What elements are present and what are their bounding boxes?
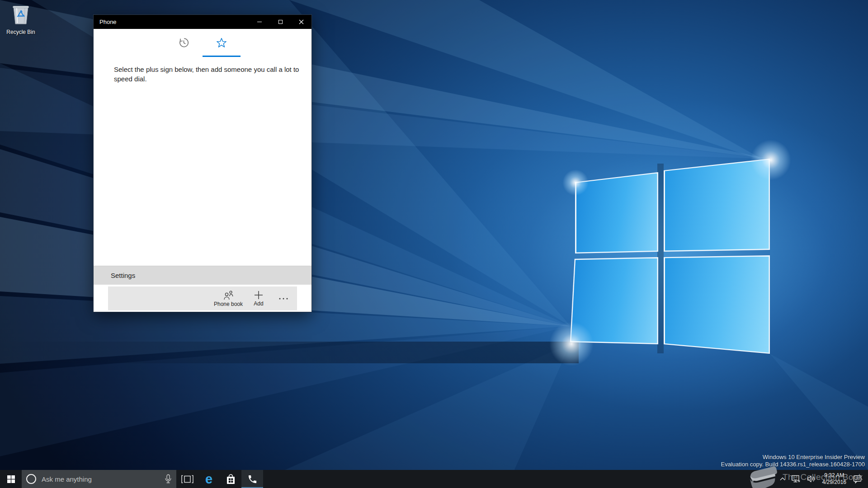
speaker-icon xyxy=(807,475,816,483)
tray-overflow-button[interactable] xyxy=(777,470,788,488)
action-center-button[interactable] xyxy=(850,470,868,488)
phone-app-window: Phone xyxy=(93,14,312,312)
build-watermark: Windows 10 Enterprise Insider Preview Ev… xyxy=(721,454,865,468)
chevron-up-icon xyxy=(780,477,785,481)
tab-history[interactable] xyxy=(165,36,203,57)
recycle-bin-label: Recycle Bin xyxy=(4,29,38,35)
empty-state-message: Select the plus sign below, then add som… xyxy=(114,65,308,84)
ellipsis-icon xyxy=(278,297,288,300)
people-icon xyxy=(222,290,235,300)
build-watermark-line2: Evaluation copy. Build 14336.rs1_release… xyxy=(721,461,865,468)
start-button[interactable] xyxy=(0,470,22,488)
edge-icon: e xyxy=(205,473,212,486)
clock[interactable]: 9:32 AM 4/29/2016 xyxy=(819,472,850,486)
phone-icon xyxy=(247,474,258,484)
clock-date: 4/29/2016 xyxy=(822,479,846,486)
maximize-button[interactable] xyxy=(270,15,291,29)
phone-app-content: Select the plus sign below, then add som… xyxy=(94,29,311,312)
close-icon xyxy=(299,19,304,24)
maximize-icon xyxy=(278,20,283,24)
network-icon xyxy=(792,475,801,483)
close-button[interactable] xyxy=(291,15,311,29)
volume-button[interactable] xyxy=(804,470,819,488)
minimize-button[interactable] xyxy=(249,15,270,29)
action-center-icon xyxy=(853,475,862,483)
phone-book-label: Phone book xyxy=(214,301,243,307)
windows-logo-icon xyxy=(7,475,15,483)
microphone-icon[interactable] xyxy=(165,474,172,484)
command-bar-container: Phone book Add xyxy=(94,286,311,312)
search-input[interactable]: Ask me anything xyxy=(22,470,176,488)
star-icon xyxy=(216,37,227,49)
edge-button[interactable]: e xyxy=(198,470,220,488)
history-icon xyxy=(178,37,189,48)
task-view-button[interactable] xyxy=(176,470,198,488)
build-watermark-line1: Windows 10 Enterprise Insider Preview xyxy=(721,454,865,461)
network-button[interactable] xyxy=(788,470,804,488)
screen: Recycle Bin Windows 10 Enterprise Inside… xyxy=(0,0,868,488)
window-title: Phone xyxy=(94,19,249,25)
phone-book-button[interactable]: Phone book xyxy=(211,286,245,310)
taskbar: Ask me anything e xyxy=(0,470,868,488)
store-button[interactable] xyxy=(220,470,241,488)
clock-time: 9:32 AM xyxy=(822,472,846,479)
add-button[interactable]: Add xyxy=(245,286,272,310)
store-icon xyxy=(226,474,236,485)
more-button[interactable] xyxy=(272,286,295,310)
add-label: Add xyxy=(254,300,263,307)
recycle-bin-shortcut[interactable]: Recycle Bin xyxy=(4,4,38,35)
search-placeholder: Ask me anything xyxy=(42,475,165,483)
tab-strip xyxy=(94,29,311,57)
plus-icon xyxy=(254,290,264,300)
phone-app-taskbar-button[interactable] xyxy=(241,470,263,488)
settings-item[interactable]: Settings xyxy=(94,266,311,285)
system-tray: 9:32 AM 4/29/2016 xyxy=(777,470,868,488)
command-bar: Phone book Add xyxy=(108,286,297,310)
task-view-icon xyxy=(181,475,193,483)
recycle-bin-icon xyxy=(10,20,32,28)
title-bar: Phone xyxy=(94,15,311,29)
tab-speed-dial[interactable] xyxy=(203,36,241,57)
minimize-icon xyxy=(257,22,262,22)
cortana-ring-icon xyxy=(26,474,36,484)
settings-label: Settings xyxy=(111,272,135,279)
